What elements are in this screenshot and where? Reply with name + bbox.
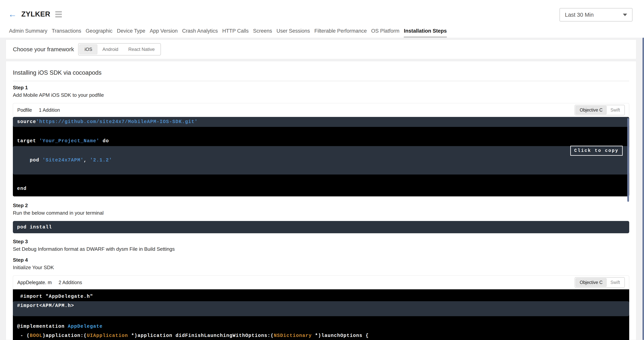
code-row: source'https://github.com/site24x7/Mobil… xyxy=(13,117,629,127)
framework-option-android[interactable]: Android xyxy=(97,44,123,54)
back-arrow-icon[interactable]: ← xyxy=(8,10,17,18)
step-3-description: Set Debug Information format as DWARF wi… xyxy=(13,246,629,252)
appdelegate-code-section: AppDelegate. m 2 Additions Objective C S… xyxy=(13,276,629,340)
terminal-command: pod install xyxy=(17,224,52,230)
appdelegate-code-block: #import "AppDelegate.h"#import<APM/APM.h… xyxy=(13,289,629,340)
code-line xyxy=(17,174,625,184)
code-line xyxy=(17,310,625,316)
step-4-title: Step 4 xyxy=(13,257,629,263)
code-line: @implementation AppDelegate xyxy=(17,322,625,331)
tab-os-platform[interactable]: OS Platform xyxy=(371,28,400,38)
code-line xyxy=(17,165,625,174)
code-row: #import<APM/APM.h> xyxy=(13,301,629,316)
tab-app-version[interactable]: App Version xyxy=(150,28,178,38)
file-name: Podfile xyxy=(17,107,32,113)
divider xyxy=(13,81,629,81)
nav-tabs: Admin Summary Transactions Geographic De… xyxy=(9,28,447,38)
language-option-objective-c[interactable]: Objective C xyxy=(576,278,606,287)
chevron-down-icon xyxy=(623,14,627,16)
framework-card: Choose your framework iOS Android React … xyxy=(6,40,636,59)
step-1-description: Add Mobile APM iOS SDK to your podfile xyxy=(13,92,629,98)
step-2-description: Run the below command in your terminal xyxy=(13,210,629,216)
code-row: @implementation AppDelegate - (BOOL)appl… xyxy=(13,316,629,340)
tab-http-calls[interactable]: HTTP Calls xyxy=(222,28,249,38)
step-1-title: Step 1 xyxy=(13,85,629,90)
page-title: Installing iOS SDK via cocoapods xyxy=(13,69,629,76)
framework-label: Choose your framework xyxy=(13,46,74,52)
language-option-swift[interactable]: Swift xyxy=(606,278,624,287)
step-2-title: Step 2 xyxy=(13,202,629,208)
code-line xyxy=(17,127,625,136)
code-line xyxy=(17,316,625,322)
framework-option-ios[interactable]: iOS xyxy=(79,44,97,54)
tab-screens[interactable]: Screens xyxy=(253,28,272,38)
code-line: end xyxy=(17,184,625,194)
code-row: end xyxy=(13,174,629,196)
time-range-select[interactable]: Last 30 Min xyxy=(560,8,632,22)
page-scrollbar[interactable] xyxy=(642,38,644,340)
installation-card: Installing iOS SDK via cocoapods Step 1 … xyxy=(6,61,636,340)
language-toggle: Objective C Swift xyxy=(575,105,625,116)
code-line: source'https://github.com/site24x7/Mobil… xyxy=(17,117,625,127)
additions-count: 1 Addition xyxy=(39,107,60,113)
time-range-value: Last 30 Min xyxy=(565,12,623,18)
code-scrollbar[interactable] xyxy=(627,118,629,202)
additions-count: 2 Additions xyxy=(58,280,82,285)
code-row: #import "AppDelegate.h" xyxy=(13,289,629,301)
podfile-code-block: Click to copy source'https://github.com/… xyxy=(13,117,629,196)
tab-filterable-performance[interactable]: Filterable Performance xyxy=(314,28,367,38)
copy-button[interactable]: Click to copy xyxy=(570,146,623,156)
code-line: - (BOOL)application:(UIApplication *)app… xyxy=(17,331,625,340)
tab-device-type[interactable]: Device Type xyxy=(117,28,145,38)
podfile-code-section: Podfile 1 Addition Objective C Swift Cli… xyxy=(13,103,629,196)
appdelegate-code-header: AppDelegate. m 2 Additions Objective C S… xyxy=(13,276,629,289)
step-3-title: Step 3 xyxy=(13,239,629,244)
tab-crash-analytics[interactable]: Crash Analytics xyxy=(182,28,218,38)
code-line: #import "AppDelegate.h" xyxy=(17,292,625,301)
monitor-title: ZYLKER xyxy=(21,10,50,18)
step-4-description: Initialize Your SDK xyxy=(13,264,629,270)
language-toggle: Objective C Swift xyxy=(575,277,625,288)
tab-installation-steps[interactable]: Installation Steps xyxy=(404,28,447,38)
code-line: #import<APM/APM.h> xyxy=(17,301,625,310)
code-line: target 'Your_Project_Name' do xyxy=(17,136,625,146)
language-option-objective-c[interactable]: Objective C xyxy=(576,106,606,114)
podfile-code-header: Podfile 1 Addition Objective C Swift xyxy=(13,103,629,117)
tab-user-sessions[interactable]: User Sessions xyxy=(276,28,310,38)
brand-row: ← ZYLKER xyxy=(8,10,62,18)
hamburger-icon[interactable] xyxy=(55,10,62,18)
tab-admin-summary[interactable]: Admin Summary xyxy=(9,28,48,38)
tab-geographic[interactable]: Geographic xyxy=(86,28,112,38)
code-row: target 'Your_Project_Name' do xyxy=(13,127,629,146)
framework-option-react-native[interactable]: React Native xyxy=(123,44,160,54)
language-option-swift[interactable]: Swift xyxy=(606,106,624,114)
app-header: ← ZYLKER Last 30 Min Admin Summary Trans… xyxy=(0,0,644,38)
screen: ← ZYLKER Last 30 Min Admin Summary Trans… xyxy=(0,0,644,340)
framework-toggle: iOS Android React Native xyxy=(78,43,161,56)
terminal-command-block: pod install xyxy=(13,221,629,233)
tab-transactions[interactable]: Transactions xyxy=(52,28,82,38)
code-row: pod 'Site24x7APM', '2.1.2' xyxy=(13,146,629,174)
code-line: pod 'Site24x7APM', '2.1.2' xyxy=(17,155,625,165)
code-line xyxy=(17,146,625,155)
file-name: AppDelegate. m xyxy=(17,280,52,285)
